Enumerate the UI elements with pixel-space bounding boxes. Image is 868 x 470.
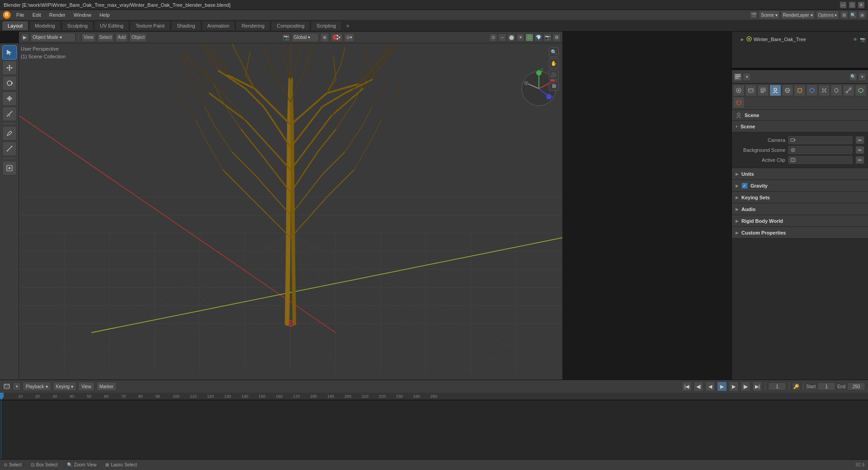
bg-scene-value[interactable]	[788, 146, 853, 154]
menu-help[interactable]: Help	[96, 11, 113, 19]
tab-output-icon[interactable]	[745, 85, 757, 96]
props-editor-icon[interactable]	[734, 73, 742, 81]
viewport[interactable]: X Z Y User Perspective (1) Scene Collect…	[19, 43, 562, 380]
tab-render-icon[interactable]	[733, 85, 745, 96]
view-select[interactable]: View	[78, 382, 94, 391]
menu-edit[interactable]: Edit	[29, 11, 45, 19]
gizmo-icon[interactable]: ↔	[498, 33, 506, 42]
blender-logo-menu[interactable]: B	[2, 10, 12, 20]
tool-annotate[interactable]	[2, 126, 17, 141]
props-search[interactable]: 🔍	[849, 73, 857, 81]
next-frame-btn[interactable]: ▶	[729, 381, 739, 391]
tab-constraints-icon[interactable]	[843, 85, 854, 96]
current-frame-input[interactable]: 1	[768, 382, 786, 390]
pivot-btn[interactable]: ⊕	[320, 33, 329, 42]
tool-add[interactable]	[2, 161, 17, 175]
active-clip-value[interactable]	[788, 156, 853, 164]
menu-file[interactable]: File	[13, 11, 28, 19]
header-extra-icon2[interactable]: 🔍	[849, 11, 857, 19]
view-menu-btn[interactable]: View	[81, 33, 96, 42]
object-menu-btn[interactable]: Object	[129, 33, 147, 42]
view-hand-btn[interactable]: ✋	[549, 58, 559, 68]
view-search-btn[interactable]: 🔍	[549, 47, 559, 57]
view-camera-btn[interactable]: 🎥	[549, 70, 559, 80]
section-keying-header[interactable]: ▶ Keying Sets	[732, 192, 868, 203]
tab-material-icon[interactable]	[733, 97, 745, 108]
add-menu-btn[interactable]: Add	[115, 33, 128, 42]
tree-oak-vis-icon[interactable]: 👁	[853, 37, 858, 42]
tab-data-icon[interactable]	[855, 85, 867, 96]
tab-animation[interactable]: Animation	[202, 21, 236, 30]
prev-frame-btn[interactable]: ◀	[705, 381, 715, 391]
tool-move[interactable]	[2, 61, 17, 75]
section-gravity-header[interactable]: ▶ ✓ Gravity	[732, 180, 868, 192]
viewport-shade-icon2[interactable]: ☀	[516, 33, 524, 42]
tab-rendering[interactable]: Rendering	[236, 21, 270, 30]
end-frame-input[interactable]: 250	[847, 382, 865, 390]
transform-select[interactable]: Global ▾	[292, 33, 319, 42]
overlay-icon[interactable]: ⊙	[489, 33, 497, 42]
snap-btn[interactable]: 🧲▾	[330, 33, 343, 42]
camera-edit-btn[interactable]: ✏	[855, 136, 864, 144]
viewport-shade-icon3[interactable]: ⬡	[525, 33, 533, 42]
section-rigid-body-header[interactable]: ▶ Rigid Body World	[732, 215, 868, 227]
header-extra-icon3[interactable]: ⊕	[858, 11, 866, 19]
viewport-shade-icon5[interactable]: 📷	[543, 33, 552, 42]
section-units-header[interactable]: ▶ Units	[732, 168, 868, 180]
active-clip-edit-btn[interactable]: ✏	[855, 156, 864, 164]
tab-scripting[interactable]: Scripting	[311, 21, 342, 30]
proportional-btn[interactable]: ⊙▾	[344, 33, 354, 42]
menu-render[interactable]: Render	[46, 11, 69, 19]
section-scene-header[interactable]: ▾ Scene	[732, 121, 868, 132]
tl-dropdown[interactable]: ▾	[13, 382, 21, 390]
tool-transform[interactable]	[2, 107, 17, 121]
start-frame-input[interactable]: 1	[817, 382, 835, 390]
section-audio-header[interactable]: ▶ Audio	[732, 203, 868, 215]
props-dropdown[interactable]: ▾	[743, 73, 751, 81]
tab-modifier-icon[interactable]	[806, 85, 818, 96]
tool-measure[interactable]	[2, 141, 17, 156]
timeline-track[interactable]	[0, 400, 868, 459]
view-ortho-btn[interactable]: ⊞	[549, 81, 559, 91]
tab-shading[interactable]: Shading	[171, 21, 201, 30]
tl-editor-icon[interactable]	[3, 382, 11, 390]
tab-compositing[interactable]: Compositing	[271, 21, 310, 30]
tool-scale[interactable]	[2, 91, 17, 106]
object-mode-select[interactable]: Object Mode ▾	[30, 33, 75, 42]
prev-keyframe-btn[interactable]: ◀|	[693, 381, 703, 391]
tab-add-btn[interactable]: +	[342, 20, 353, 31]
tab-sculpting[interactable]: Sculpting	[61, 21, 94, 30]
window-controls[interactable]: — □ ✕	[840, 2, 864, 8]
tab-particles-icon[interactable]	[818, 85, 830, 96]
camera-value[interactable]	[788, 136, 853, 144]
next-keyframe-btn[interactable]: |▶	[741, 381, 750, 391]
gravity-checkbox[interactable]: ✓	[741, 183, 748, 189]
tab-object-icon[interactable]	[794, 85, 806, 96]
keying-icon[interactable]: 🔑	[792, 382, 800, 390]
jump-start-btn[interactable]: |◀	[682, 381, 692, 391]
tab-layout[interactable]: Layout	[2, 21, 28, 30]
tab-uv-editing[interactable]: UV Editing	[94, 21, 129, 30]
tree-oak-item[interactable]: ▶ Winter_Bare_Oak_Tree 👁 📷	[732, 34, 868, 44]
header-renderlayer-select[interactable]: RenderLayer ▾	[781, 10, 815, 19]
tab-texture-paint[interactable]: Texture Paint	[130, 21, 170, 30]
props-scrollable[interactable]: ▾ Scene Camera ✏ Background Scene ✏	[732, 121, 868, 380]
viewport-shade-icon4[interactable]: 💎	[534, 33, 542, 42]
minimize-btn[interactable]: —	[840, 2, 846, 8]
tab-world-icon[interactable]	[782, 85, 793, 96]
section-custom-props-header[interactable]: ▶ Custom Properties	[732, 227, 868, 239]
header-scene-select[interactable]: Scene ▾	[759, 10, 779, 19]
tool-rotate[interactable]	[2, 76, 17, 90]
tab-physics-icon[interactable]	[830, 85, 842, 96]
tab-scene-icon[interactable]	[769, 85, 781, 96]
viewport-shade-icon1[interactable]: ⬤	[507, 33, 515, 42]
jump-end-btn[interactable]: ▶|	[752, 381, 762, 391]
tab-viewlayer-icon[interactable]	[757, 85, 769, 96]
tree-oak-render-icon[interactable]: 📷	[860, 37, 865, 42]
menu-window[interactable]: Window	[70, 11, 95, 19]
header-extra-icon1[interactable]: ⚙	[840, 11, 848, 19]
maximize-btn[interactable]: □	[849, 2, 855, 8]
tab-modeling[interactable]: Modeling	[29, 21, 61, 30]
play-btn[interactable]: ▶	[717, 381, 727, 391]
keying-select[interactable]: Keying ▾	[53, 382, 77, 391]
